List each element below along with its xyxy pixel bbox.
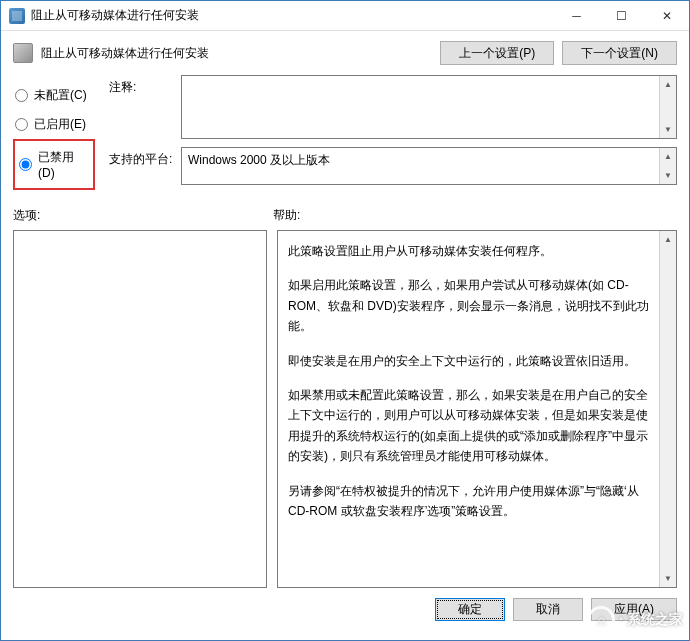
titlebar: 阻止从可移动媒体进行任何安装 ─ ☐ ✕ (1, 1, 689, 31)
help-label: 帮助: (273, 207, 677, 224)
platform-textarea[interactable]: Windows 2000 及以上版本 ▲ ▼ (181, 147, 677, 185)
previous-setting-button[interactable]: 上一个设置(P) (440, 41, 554, 65)
minimize-button[interactable]: ─ (554, 1, 599, 31)
options-label: 选项: (13, 207, 273, 224)
scroll-up-icon[interactable]: ▲ (660, 231, 676, 248)
radio-not-configured[interactable]: 未配置(C) (13, 81, 95, 110)
help-text: 如果启用此策略设置，那么，如果用户尝试从可移动媒体(如 CD-ROM、软盘和 D… (288, 275, 654, 336)
highlight-box: 已禁用(D) (13, 139, 95, 190)
platform-scrollbar[interactable]: ▲ ▼ (659, 148, 676, 184)
radio-enabled-input[interactable] (15, 118, 28, 131)
scroll-down-icon[interactable]: ▼ (660, 570, 676, 587)
cancel-button[interactable]: 取消 (513, 598, 583, 621)
scroll-track[interactable] (660, 93, 676, 121)
radio-not-configured-input[interactable] (15, 89, 28, 102)
help-text: 即使安装是在用户的安全上下文中运行的，此策略设置依旧适用。 (288, 351, 654, 371)
scroll-down-icon[interactable]: ▼ (660, 121, 676, 138)
help-text: 另请参阅“在特权被提升的情况下，允许用户使用媒体源”与“隐藏‘从CD-ROM 或… (288, 481, 654, 522)
radio-disabled-input[interactable] (19, 158, 32, 171)
scroll-track[interactable] (660, 248, 676, 570)
help-text: 如果禁用或未配置此策略设置，那么，如果安装是在用户自己的安全上下文中运行的，则用… (288, 385, 654, 467)
window-controls: ─ ☐ ✕ (554, 1, 689, 30)
dialog-buttons: 确定 取消 应用(A) (1, 588, 689, 631)
app-icon (9, 8, 25, 24)
next-setting-button[interactable]: 下一个设置(N) (562, 41, 677, 65)
comment-scrollbar[interactable]: ▲ ▼ (659, 76, 676, 138)
scroll-up-icon[interactable]: ▲ (660, 76, 676, 93)
policy-title: 阻止从可移动媒体进行任何安装 (41, 45, 432, 62)
help-text: 此策略设置阻止用户从可移动媒体安装任何程序。 (288, 241, 654, 261)
radio-group: 未配置(C) 已启用(E) 已禁用(D) (13, 75, 95, 193)
scroll-up-icon[interactable]: ▲ (660, 148, 676, 165)
comment-textarea[interactable]: ▲ ▼ (181, 75, 677, 139)
help-scrollbar[interactable]: ▲ ▼ (659, 231, 676, 587)
header-row: 阻止从可移动媒体进行任何安装 上一个设置(P) 下一个设置(N) (1, 31, 689, 75)
close-button[interactable]: ✕ (644, 1, 689, 31)
window-title: 阻止从可移动媒体进行任何安装 (31, 7, 554, 24)
radio-enabled[interactable]: 已启用(E) (13, 110, 95, 139)
platform-value: Windows 2000 及以上版本 (188, 153, 330, 167)
help-panel: 此策略设置阻止用户从可移动媒体安装任何程序。 如果启用此策略设置，那么，如果用户… (277, 230, 677, 588)
apply-button[interactable]: 应用(A) (591, 598, 677, 621)
options-panel (13, 230, 267, 588)
policy-icon (13, 43, 33, 63)
maximize-button[interactable]: ☐ (599, 1, 644, 31)
radio-enabled-label: 已启用(E) (34, 116, 86, 133)
radio-not-configured-label: 未配置(C) (34, 87, 87, 104)
radio-disabled-label: 已禁用(D) (38, 149, 89, 180)
scroll-down-icon[interactable]: ▼ (660, 167, 676, 184)
ok-button[interactable]: 确定 (435, 598, 505, 621)
comment-label: 注释: (109, 75, 181, 96)
platform-label: 支持的平台: (109, 147, 181, 168)
radio-disabled[interactable]: 已禁用(D) (17, 143, 91, 186)
